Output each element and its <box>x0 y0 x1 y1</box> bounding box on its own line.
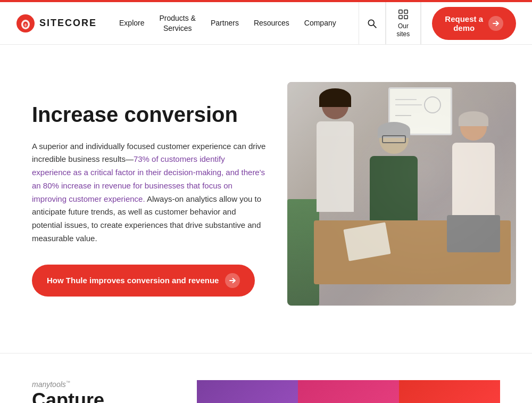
nav-partners[interactable]: Partners <box>204 14 245 32</box>
hero-body: A superior and individually focused cust… <box>32 140 266 245</box>
color-block-purple <box>197 380 298 403</box>
nav-divider-3 <box>421 2 421 45</box>
hero-image-area <box>287 82 516 306</box>
logo-text: SITECORE <box>39 18 97 29</box>
hero-image <box>287 82 516 306</box>
svg-rect-9 <box>404 15 408 19</box>
bottom-section: manytools™ Capture, <box>0 353 532 403</box>
color-block-red <box>399 380 500 403</box>
nav-company[interactable]: Company <box>298 14 343 32</box>
svg-point-4 <box>368 20 374 26</box>
arrow-icon <box>488 16 503 31</box>
hero-heading: Increase conversion <box>32 102 266 127</box>
our-sites-label: Oursites <box>397 22 410 38</box>
svg-rect-6 <box>399 10 402 13</box>
cta-label: How Thule improves conversion and revenu… <box>47 276 219 285</box>
logo-link[interactable]: SITECORE <box>16 14 97 33</box>
search-button[interactable] <box>359 2 386 45</box>
nav-resources[interactable]: Resources <box>247 14 296 32</box>
svg-rect-8 <box>399 15 402 19</box>
request-demo-label: Request ademo <box>445 14 483 32</box>
nav-explore[interactable]: Explore <box>113 14 151 32</box>
svg-rect-15 <box>287 82 516 306</box>
photo-background <box>287 82 516 306</box>
photo-overlay <box>287 82 516 306</box>
manytools-brand: manytools™ <box>32 380 110 389</box>
nav-products-services[interactable]: Products &Services <box>153 9 202 37</box>
capture-heading: Capture, <box>32 391 110 403</box>
sitecore-logo-icon <box>16 14 35 33</box>
manytools-logo: manytools™ Capture, <box>32 380 110 403</box>
search-icon <box>367 18 377 29</box>
nav-right: Oursites Request ademo <box>359 2 516 45</box>
color-blocks <box>197 380 500 403</box>
hero-section: Increase conversion A superior and indiv… <box>0 45 532 353</box>
svg-line-5 <box>373 24 376 27</box>
our-sites-button[interactable]: Oursites <box>386 2 421 45</box>
cta-arrow-icon <box>225 273 240 288</box>
hero-content-left: Increase conversion A superior and indiv… <box>32 91 287 297</box>
cta-button[interactable]: How Thule improves conversion and revenu… <box>32 265 255 297</box>
svg-point-3 <box>24 23 27 27</box>
nav-links: Explore Products &Services Partners Reso… <box>113 9 359 37</box>
navbar: SITECORE Explore Products &Services Part… <box>0 2 532 45</box>
grid-icon <box>397 9 409 20</box>
color-block-pink <box>298 380 399 403</box>
svg-rect-7 <box>404 10 408 13</box>
request-demo-button[interactable]: Request ademo <box>432 7 516 40</box>
